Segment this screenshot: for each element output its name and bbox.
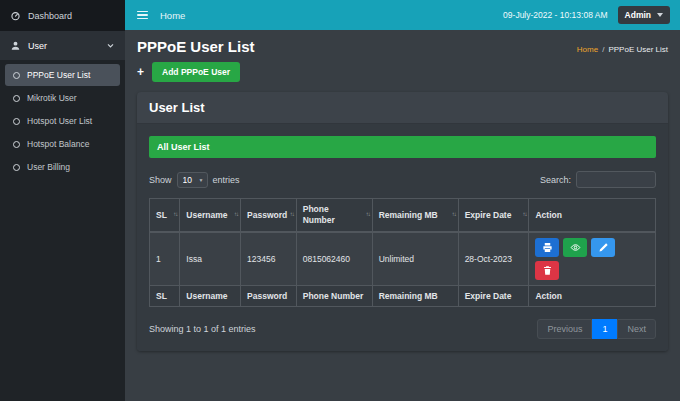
action-buttons	[535, 238, 621, 280]
caret-down-icon	[657, 13, 663, 17]
cell-phone: 0815062460	[296, 232, 372, 286]
page-length-select-wrap: 10	[177, 172, 208, 188]
datetime-display: 09-July-2022 - 10:13:08 AM	[503, 10, 607, 20]
header-sl[interactable]: SL	[150, 199, 180, 233]
chevron-down-icon	[106, 41, 115, 50]
footer-action: Action	[529, 286, 656, 307]
trash-icon	[542, 265, 553, 276]
search-control: Search:	[540, 171, 656, 188]
sidebar-subitem-label: Hotspot Balance	[27, 139, 89, 149]
breadcrumb-current: PPPoE User List	[608, 45, 668, 54]
cell-sl: 1	[150, 232, 180, 286]
show-label: Show	[149, 175, 172, 185]
pagination-page-1[interactable]: 1	[592, 319, 617, 339]
plus-toggle-icon[interactable]: +	[137, 66, 144, 78]
sidebar-item-user-billing[interactable]: User Billing	[5, 156, 120, 178]
entries-label: entries	[213, 175, 240, 185]
breadcrumb-home-link[interactable]: Home	[577, 45, 598, 54]
sidebar-subitem-label: Hotspot User List	[27, 116, 92, 126]
footer-remaining-mb: Remaining MB	[372, 286, 458, 307]
header-password[interactable]: Password	[241, 199, 297, 233]
user-icon	[10, 40, 21, 51]
main-column: Home 09-July-2022 - 10:13:08 AM Admin PP…	[125, 0, 680, 401]
table-footer-bar: Showing 1 to 1 of 1 entries Previous 1 N…	[149, 319, 656, 339]
cell-password: 123456	[241, 232, 297, 286]
sidebar: Dashboard User PPPoE User List Mikrotik …	[0, 0, 125, 401]
cell-remaining-mb: Unlimited	[372, 232, 458, 286]
breadcrumb: Home / PPPoE User List	[577, 45, 668, 54]
user-submenu: PPPoE User List Mikrotik User Hotspot Us…	[0, 60, 125, 183]
sidebar-subitem-label: PPPoE User List	[27, 70, 90, 80]
table-footer-row: SL Username Password Phone Number Remain…	[150, 286, 656, 307]
header-expire-date[interactable]: Expire Date	[458, 199, 529, 233]
delete-button[interactable]	[535, 261, 559, 280]
sidebar-item-hotspot-balance[interactable]: Hotspot Balance	[5, 133, 120, 155]
dashboard-gauge-icon	[10, 10, 21, 21]
sidebar-item-pppoe-user-list[interactable]: PPPoE User List	[5, 64, 120, 86]
circle-icon	[13, 118, 20, 125]
footer-username: Username	[180, 286, 241, 307]
sidebar-subitem-label: Mikrotik User	[27, 93, 77, 103]
sidebar-item-hotspot-user-list[interactable]: Hotspot User List	[5, 110, 120, 132]
breadcrumb-separator: /	[602, 45, 604, 54]
nav-home-link[interactable]: Home	[160, 10, 185, 21]
page-header: PPPoE User List Home / PPPoE User List	[137, 38, 668, 55]
edit-button[interactable]	[591, 238, 615, 257]
circle-icon	[13, 141, 20, 148]
app-window: Dashboard User PPPoE User List Mikrotik …	[0, 0, 680, 401]
cell-username: Issa	[180, 232, 241, 286]
sidebar-item-dashboard[interactable]: Dashboard	[0, 0, 125, 31]
sidebar-item-user[interactable]: User	[0, 31, 125, 60]
footer-password: Password	[241, 286, 297, 307]
add-pppoe-user-button[interactable]: Add PPPoE User	[152, 62, 240, 82]
page-title: PPPoE User List	[137, 38, 255, 55]
card-body: All User List Show 10 entries	[137, 124, 668, 351]
top-navbar: Home 09-July-2022 - 10:13:08 AM Admin	[125, 0, 680, 30]
pagination-previous[interactable]: Previous	[537, 319, 592, 339]
sidebar-subitem-label: User Billing	[27, 162, 70, 172]
all-user-list-banner: All User List	[149, 136, 656, 158]
footer-sl: SL	[150, 286, 180, 307]
circle-icon	[13, 95, 20, 102]
header-remaining-mb[interactable]: Remaining MB	[372, 199, 458, 233]
pencil-icon	[598, 242, 609, 253]
circle-icon	[13, 164, 20, 171]
eye-icon	[570, 242, 581, 253]
page-length-select[interactable]: 10	[177, 172, 208, 188]
entries-info: Showing 1 to 1 of 1 entries	[149, 324, 256, 334]
admin-label: Admin	[625, 10, 651, 20]
cell-expire-date: 28-Oct-2023	[458, 232, 529, 286]
footer-phone-number: Phone Number	[296, 286, 372, 307]
print-button[interactable]	[535, 238, 559, 257]
search-label: Search:	[540, 175, 571, 185]
user-list-card: User List All User List Show 10 entries	[137, 92, 668, 351]
page-length-control: Show 10 entries	[149, 172, 240, 188]
table-controls: Show 10 entries Search:	[149, 171, 656, 188]
page-content: PPPoE User List Home / PPPoE User List +…	[125, 30, 680, 401]
sidebar-item-mikrotik-user[interactable]: Mikrotik User	[5, 87, 120, 109]
user-table: SL Username Password Phone Number Remain…	[149, 198, 656, 307]
header-phone-number[interactable]: Phone Number	[296, 199, 372, 233]
pagination-next[interactable]: Next	[617, 319, 656, 339]
card-title: User List	[137, 92, 668, 124]
printer-icon	[542, 242, 553, 253]
admin-menu-button[interactable]: Admin	[618, 6, 670, 24]
hamburger-menu-icon[interactable]	[135, 9, 150, 22]
sidebar-item-label: User	[28, 41, 99, 51]
header-username[interactable]: Username	[180, 199, 241, 233]
search-input[interactable]	[576, 171, 656, 188]
table-row: 1 Issa 123456 0815062460 Unlimited 28-Oc…	[150, 232, 656, 286]
add-user-row: + Add PPPoE User	[137, 62, 668, 82]
view-button[interactable]	[563, 238, 587, 257]
header-action: Action	[529, 199, 656, 233]
sidebar-item-label: Dashboard	[28, 11, 72, 21]
table-header-row: SL Username Password Phone Number Remain…	[150, 199, 656, 233]
footer-expire-date: Expire Date	[458, 286, 529, 307]
pagination: Previous 1 Next	[537, 319, 656, 339]
circle-icon	[13, 72, 20, 79]
cell-action	[529, 232, 656, 286]
